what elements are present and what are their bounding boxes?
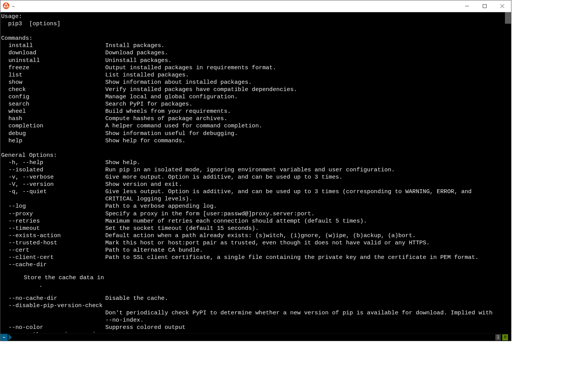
svg-point-3 — [4, 6, 5, 7]
status-badge-2: 0 — [502, 334, 508, 340]
status-badge-1: 1 — [495, 334, 501, 340]
scrollbar-thumb[interactable] — [505, 12, 511, 24]
svg-point-2 — [5, 3, 7, 4]
close-button[interactable] — [493, 0, 511, 12]
window-title: ~ — [12, 3, 15, 9]
status-tab[interactable]: ~ — [0, 334, 8, 341]
ubuntu-icon — [3, 2, 10, 10]
titlebar: ~ — [0, 0, 511, 12]
minimize-button[interactable] — [458, 0, 476, 12]
svg-point-4 — [7, 6, 8, 7]
terminal-window: ~ Usage: pip3 [options] Commands:install… — [0, 0, 511, 341]
svg-rect-6 — [483, 5, 487, 8]
terminal-output[interactable]: Usage: pip3 [options] Commands:installIn… — [0, 12, 505, 333]
scrollbar[interactable] — [505, 12, 511, 333]
maximize-button[interactable] — [476, 0, 493, 12]
status-bar: ~ 1 0 — [0, 333, 511, 341]
